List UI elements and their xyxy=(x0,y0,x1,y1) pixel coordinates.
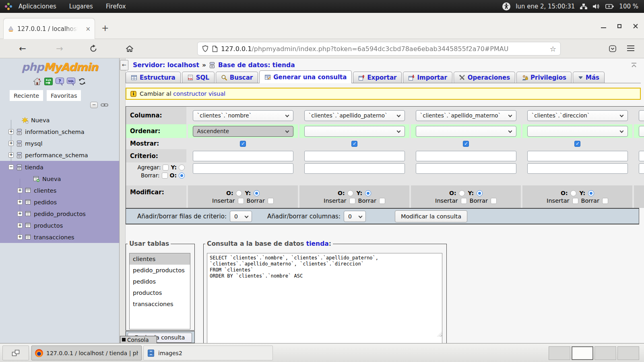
show-checkbox-4[interactable] xyxy=(574,141,580,147)
collapse-icon[interactable]: − xyxy=(8,165,14,170)
show-checkbox-2[interactable] xyxy=(351,141,357,147)
forward-icon[interactable] xyxy=(54,43,65,54)
tab-close-icon[interactable]: × xyxy=(85,25,91,33)
taskbar-window-images2[interactable]: images2 xyxy=(143,346,273,360)
delete-checkbox[interactable] xyxy=(602,198,608,204)
criteria-input-2[interactable] xyxy=(304,151,405,161)
tab-buscar[interactable]: Buscar xyxy=(216,72,258,83)
url-bar[interactable]: 127.0.0.1/phpmyadmin/index.php?token=6a5… xyxy=(197,42,561,56)
workspace-4[interactable] xyxy=(617,346,639,360)
show-checkbox-1[interactable] xyxy=(240,141,246,147)
list-item-pedidos[interactable]: pedidos xyxy=(130,276,190,287)
sidebar-item-new-database[interactable]: Nueva xyxy=(0,114,119,126)
and-radio[interactable] xyxy=(477,190,483,196)
pma-help-icon[interactable]: ? xyxy=(56,78,64,86)
column-select-4[interactable]: `clientes`.`direccion` xyxy=(527,110,628,121)
network-icon[interactable] xyxy=(580,3,588,10)
sidebar-item-transacciones[interactable]: + transacciones xyxy=(0,231,119,243)
breadcrumb-server-link[interactable]: Servidor: localhost xyxy=(133,62,199,69)
expand-icon[interactable]: + xyxy=(17,211,23,216)
accessibility-icon[interactable] xyxy=(502,2,511,11)
collapse-top-icon[interactable] xyxy=(630,62,638,68)
window-minimize-icon[interactable] xyxy=(601,27,606,28)
visual-builder-link[interactable]: constructor visual xyxy=(173,90,225,97)
pma-home-icon[interactable] xyxy=(33,78,41,86)
insert-checkbox[interactable] xyxy=(349,198,355,204)
tab-generar-una-consulta[interactable]: Generar una consulta xyxy=(259,70,352,83)
menu-places[interactable]: Lugares xyxy=(63,3,99,10)
sort-select-2[interactable] xyxy=(304,126,405,137)
menu-applications[interactable]: Aplicaciones xyxy=(12,3,63,10)
criteria-row2-input-1[interactable] xyxy=(193,163,293,174)
clock[interactable]: lun ene 2, 15:00:31 xyxy=(516,3,575,10)
sidebar-item-tienda[interactable]: − tienda xyxy=(0,161,119,173)
tables-listbox[interactable]: clientes pedido_productos pedidos produc… xyxy=(129,253,190,329)
sidebar-resize-handle[interactable] xyxy=(119,58,126,343)
list-item-productos[interactable]: productos xyxy=(130,287,190,298)
menu-hamburger-icon[interactable] xyxy=(627,45,634,51)
column-select-2[interactable]: `clientes`.`apellido_paterno` xyxy=(304,110,405,121)
column-select-5[interactable] xyxy=(639,110,644,121)
criteria-input-1[interactable] xyxy=(193,151,293,161)
tab-estructura[interactable]: Estructura xyxy=(126,72,181,83)
pma-sql-icon[interactable]: SQL xyxy=(67,78,75,86)
sidebar-item-productos[interactable]: + productos xyxy=(0,220,119,231)
expand-icon[interactable]: + xyxy=(17,200,23,205)
insert-checkbox[interactable] xyxy=(238,198,244,204)
expand-icon[interactable]: + xyxy=(8,129,14,134)
delete-checkbox[interactable] xyxy=(379,198,385,204)
rows-count-select[interactable]: 0 xyxy=(230,211,252,222)
sidebar-item-pedido-productos[interactable]: + pedido_productos xyxy=(0,208,119,220)
show-checkbox-3[interactable] xyxy=(463,141,469,147)
or-radio[interactable] xyxy=(570,190,576,196)
back-icon[interactable] xyxy=(17,43,28,54)
battery-icon[interactable] xyxy=(605,4,614,9)
list-item-clientes[interactable]: clientes xyxy=(130,253,190,265)
favorite-tables-button[interactable]: Favoritas xyxy=(47,90,81,101)
tab-operaciones[interactable]: Operaciones xyxy=(454,72,515,83)
add-row-checkbox[interactable] xyxy=(163,165,169,171)
window-maximize-icon[interactable] xyxy=(617,24,621,28)
link-icon[interactable] xyxy=(101,103,108,107)
expand-icon[interactable]: + xyxy=(17,188,23,193)
criteria-row2-input-2[interactable] xyxy=(304,163,405,174)
distro-menu-icon[interactable] xyxy=(5,3,12,10)
sidebar-item-pedidos[interactable]: + pedidos xyxy=(0,196,119,208)
expand-icon[interactable]: + xyxy=(8,152,14,158)
workspace-1[interactable] xyxy=(549,346,570,360)
browser-tab[interactable]: 127.0.0.1 / localhost × xyxy=(3,18,95,39)
criteria-row2-input-5[interactable] xyxy=(639,163,644,174)
criteria-input-4[interactable] xyxy=(527,151,628,161)
column-select-1[interactable]: `clientes`.`nombre` xyxy=(193,110,293,121)
delete-checkbox[interactable] xyxy=(268,198,274,204)
collapse-all-button[interactable]: − xyxy=(90,102,98,108)
sidebar-item-performance-schema[interactable]: + performance_schema xyxy=(0,149,119,161)
criteria-input-5[interactable] xyxy=(639,151,644,161)
tab-sql[interactable]: SQL SQL xyxy=(182,72,215,83)
window-close-icon[interactable] xyxy=(633,23,638,29)
criteria-row2-input-4[interactable] xyxy=(527,163,628,174)
sql-textarea[interactable]: SELECT `clientes`.`nombre`, `clientes`.`… xyxy=(207,253,442,343)
pocket-icon[interactable] xyxy=(607,43,618,54)
columns-count-select[interactable]: 0 xyxy=(344,211,366,222)
or-radio[interactable] xyxy=(347,190,353,196)
sort-select-5[interactable] xyxy=(639,126,644,137)
new-tab-button[interactable]: + xyxy=(101,24,109,32)
expand-icon[interactable]: + xyxy=(17,223,23,228)
or-radio[interactable] xyxy=(459,190,465,196)
breadcrumb-database-link[interactable]: Base de datos: tienda xyxy=(218,62,295,69)
collapse-navigation-button[interactable]: ← xyxy=(120,60,128,70)
and-radio[interactable] xyxy=(179,165,185,171)
expand-icon[interactable]: + xyxy=(8,141,14,146)
expand-icon[interactable]: + xyxy=(17,234,23,240)
console-bar[interactable]: Consola xyxy=(120,336,157,343)
shield-icon[interactable] xyxy=(202,45,209,52)
column-select-3[interactable]: `clientes`.`apellido_materno` xyxy=(416,110,516,121)
bookmark-star-icon[interactable]: ☆ xyxy=(550,45,556,53)
menu-firefox[interactable]: Firefox xyxy=(99,3,132,10)
pma-logout-icon[interactable]: Exit xyxy=(44,78,53,86)
sort-select-4[interactable] xyxy=(527,126,628,137)
criteria-input-3[interactable] xyxy=(416,151,516,161)
or-radio[interactable] xyxy=(179,173,185,179)
and-radio[interactable] xyxy=(588,190,594,196)
